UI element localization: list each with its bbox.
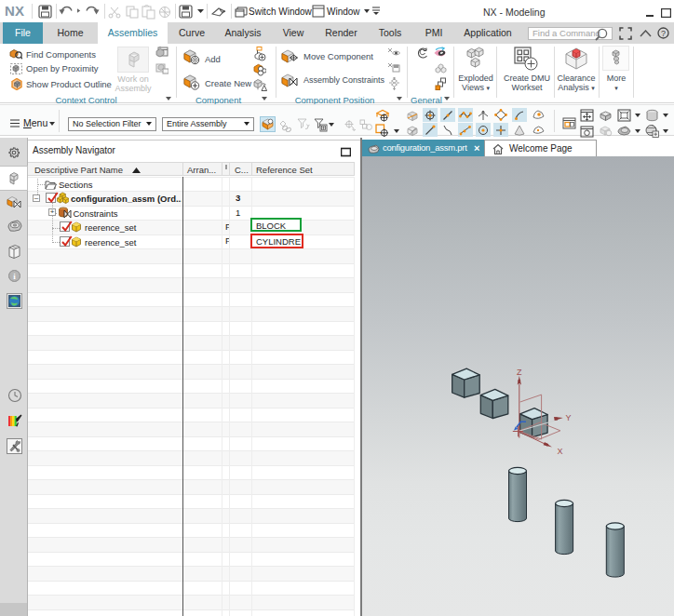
svg-text:Z: Z: [517, 368, 522, 377]
svg-text:X: X: [558, 447, 563, 456]
svg-text:?: ?: [661, 29, 666, 38]
svg-text:Y: Y: [566, 413, 572, 422]
